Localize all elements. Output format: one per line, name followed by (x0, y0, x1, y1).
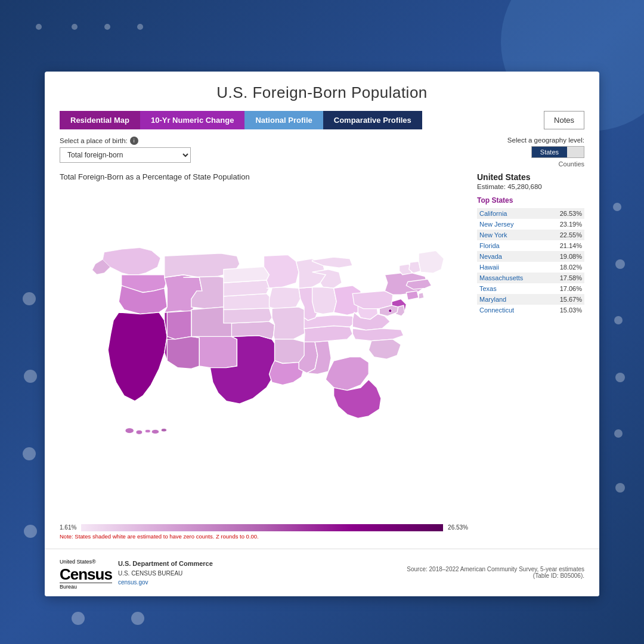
tab-residential[interactable]: Residential Map (60, 111, 140, 129)
state-row[interactable]: California26.53% (477, 208, 584, 219)
geo-states-button[interactable]: States (532, 147, 567, 157)
legend-min: 1.61% (60, 524, 76, 531)
tab-10yr-numeric[interactable]: 10-Yr Numeric Change (140, 111, 244, 129)
controls-row: Select a place of birth: i Total foreign… (60, 137, 584, 168)
legend-bar: 1.61% 26.53% (60, 524, 468, 531)
dept-info: U.S. Department of Commerce U.S. CENSUS … (118, 559, 213, 587)
top-states-list: California26.53%New Jersey23.19%New York… (477, 208, 584, 315)
tab-comparative-profiles[interactable]: Comparative Profiles (323, 111, 422, 129)
geo-level-label: Select a geography level: (507, 137, 584, 144)
place-of-birth-select[interactable]: Total foreign-born (60, 147, 191, 163)
info-icon[interactable]: i (130, 137, 138, 145)
svg-point-3 (145, 429, 150, 432)
map-section: Total Foreign-Born as a Percentage of St… (60, 172, 584, 540)
us-map (60, 185, 468, 521)
svg-point-6 (389, 309, 392, 312)
top-states-title: Top States (477, 196, 584, 205)
place-of-birth-label: Select a place of birth: i (60, 137, 191, 145)
svg-point-4 (151, 429, 159, 434)
footer: United States® Census Bureau U.S. Depart… (45, 549, 599, 596)
sidebar-region: United States (477, 172, 584, 182)
sidebar: United States Estimate: 45,280,680 Top S… (477, 172, 584, 540)
sidebar-estimate: Estimate: 45,280,680 (477, 183, 584, 190)
legend-note: Note: States shaded white are estimated … (60, 533, 468, 540)
notes-button[interactable]: Notes (544, 111, 584, 129)
census-url: census.gov (118, 578, 213, 587)
tab-national-profile[interactable]: National Profile (244, 111, 323, 129)
state-row[interactable]: Connecticut15.03% (477, 305, 584, 315)
source-text: Source: 2018–2022 American Community Sur… (405, 566, 584, 579)
census-label: Census (60, 566, 112, 583)
state-row[interactable]: Maryland15.67% (477, 294, 584, 305)
dept-name: U.S. Department of Commerce (118, 559, 213, 569)
map-title: Total Foreign-Born as a Percentage of St… (60, 172, 468, 181)
state-row[interactable]: Hawaii18.02% (477, 262, 584, 273)
legend-max: 26.53% (448, 524, 468, 531)
svg-point-2 (136, 430, 143, 434)
map-svg-wrapper (60, 185, 468, 521)
legend-gradient (81, 524, 443, 531)
state-row[interactable]: Texas17.06% (477, 283, 584, 294)
census-logo: United States® Census Bureau U.S. Depart… (60, 555, 213, 590)
united-states-label: United States® (60, 559, 96, 565)
census-logo-text: United States® Census Bureau (60, 555, 112, 590)
place-of-birth-section: Select a place of birth: i Total foreign… (60, 137, 191, 163)
main-card: U.S. Foreign-Born Population Residential… (45, 72, 599, 596)
state-row[interactable]: Nevada19.08% (477, 251, 584, 262)
svg-point-1 (125, 428, 134, 434)
state-row[interactable]: New York22.55% (477, 230, 584, 240)
state-row[interactable]: Massachusetts17.58% (477, 273, 584, 283)
census-bureau-label: U.S. CENSUS BUREAU (118, 569, 213, 578)
geo-level-section: Select a geography level: States Countie… (507, 137, 584, 168)
state-row[interactable]: Florida21.14% (477, 240, 584, 251)
page-title: U.S. Foreign-Born Population (60, 83, 584, 102)
geo-counties-button[interactable] (567, 147, 584, 157)
geo-counties-label[interactable]: Counties (559, 160, 584, 168)
state-row[interactable]: New Jersey23.19% (477, 219, 584, 230)
map-container: Total Foreign-Born as a Percentage of St… (60, 172, 468, 540)
bureau-label: Bureau (60, 583, 112, 590)
nav-tabs: Residential Map 10-Yr Numeric Change Nat… (60, 111, 584, 129)
geo-toggle: States (531, 146, 584, 158)
svg-point-5 (161, 429, 166, 432)
